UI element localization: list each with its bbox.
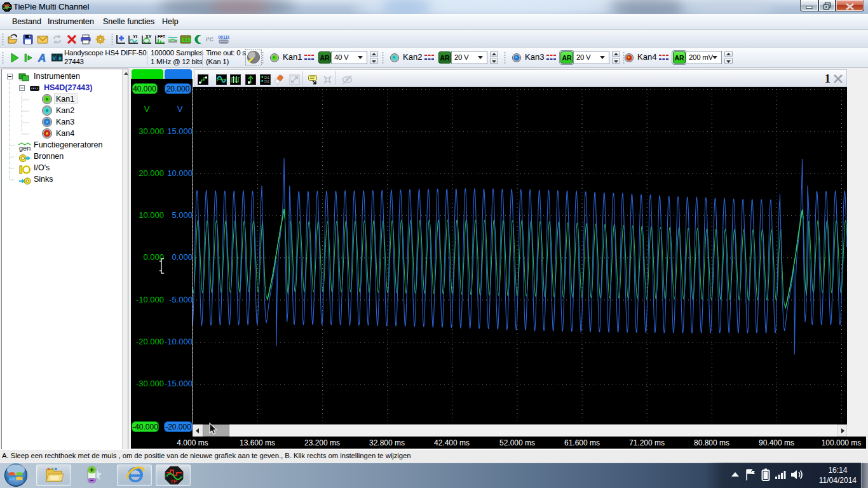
svg-text:I²C: I²C xyxy=(206,36,214,43)
svg-text:00110: 00110 xyxy=(219,35,230,39)
svg-text:gen: gen xyxy=(19,144,31,152)
svg-text:A: A xyxy=(37,52,46,64)
svg-text:Ch2: Ch2 xyxy=(264,80,270,83)
svg-text:∧: ∧ xyxy=(58,55,62,61)
svg-text:FFT: FFT xyxy=(158,34,165,39)
svg-text:TP: TP xyxy=(170,478,177,484)
svg-text:Ch1: Ch1 xyxy=(264,76,270,79)
svg-text:Yt: Yt xyxy=(133,34,138,39)
svg-text:123: 123 xyxy=(182,37,191,43)
svg-text:V: V xyxy=(53,55,57,61)
